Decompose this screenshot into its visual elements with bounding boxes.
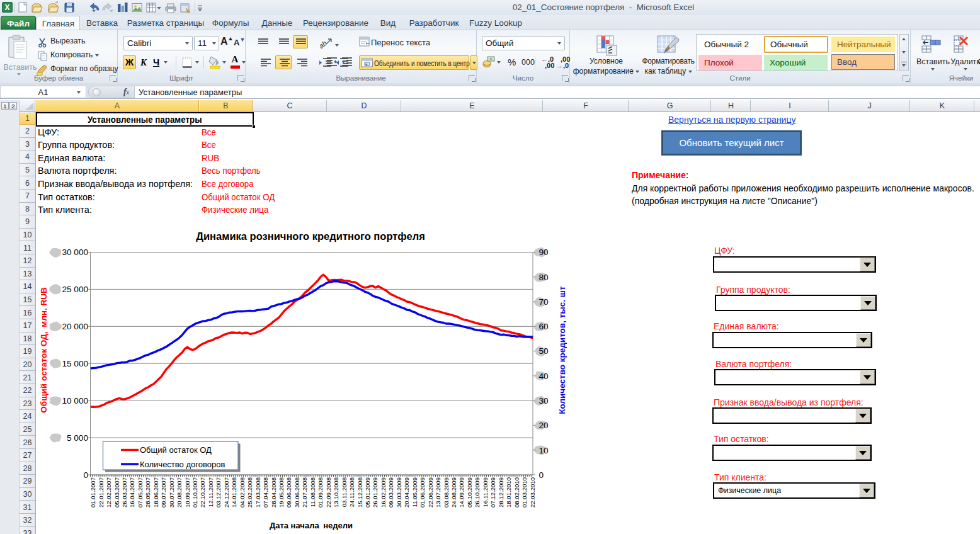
svg-text:16.02.2009: 16.02.2009 [380, 477, 387, 508]
svg-text:09.06.2008: 09.06.2008 [285, 477, 292, 508]
svg-text:60: 60 [539, 322, 549, 331]
svg-text:Количество договоров: Количество договоров [140, 460, 225, 469]
svg-text:18.06.2007: 18.06.2007 [152, 477, 159, 508]
svg-text:07.05.2007: 07.05.2007 [137, 477, 144, 508]
svg-text:14.09.2009: 14.09.2009 [458, 477, 465, 508]
svg-text:26.10.2009: 26.10.2009 [474, 477, 481, 508]
svg-text:Количество кредитов, тыс. шт: Количество кредитов, тыс. шт [557, 286, 567, 414]
svg-text:09.03.2009: 09.03.2009 [387, 477, 394, 508]
svg-text:19.05.2008: 19.05.2008 [278, 477, 285, 508]
svg-text:24.12.2007: 24.12.2007 [223, 477, 230, 508]
svg-text:30: 30 [539, 396, 549, 406]
svg-text:20.08.2007: 20.08.2007 [176, 477, 183, 508]
svg-text:15.12.2008: 15.12.2008 [356, 477, 363, 508]
svg-text:28.05.2007: 28.05.2007 [144, 477, 151, 508]
svg-text:28.12.2009: 28.12.2009 [498, 477, 504, 508]
svg-text:22.03.2010: 22.03.2010 [529, 477, 536, 508]
svg-text:09.07.2007: 09.07.2007 [160, 477, 167, 508]
svg-text:05.03.2007: 05.03.2007 [113, 477, 120, 508]
svg-text:14.01.2008: 14.01.2008 [231, 477, 237, 508]
svg-text:Общий остаток ОД: Общий остаток ОД [140, 445, 212, 455]
svg-text:Динамика розничного кредитного: Динамика розничного кредитного портфеля [196, 230, 425, 242]
svg-text:10 000: 10 000 [62, 396, 88, 406]
svg-text:24.08.2009: 24.08.2009 [450, 477, 457, 508]
svg-text:03.12.2007: 03.12.2007 [215, 477, 222, 508]
svg-text:13.10.2008: 13.10.2008 [333, 477, 339, 508]
svg-text:11.05.2009: 11.05.2009 [411, 477, 418, 507]
svg-text:05.01.2009: 05.01.2009 [364, 477, 371, 508]
svg-text:15 000: 15 000 [62, 359, 88, 368]
svg-text:22.10.2007: 22.10.2007 [199, 477, 206, 508]
svg-text:01.03.2010: 01.03.2010 [521, 477, 528, 508]
svg-text:25.02.2008: 25.02.2008 [246, 477, 253, 508]
svg-text:Общий остаток ОД, млн. RUB: Общий остаток ОД, млн. RUB [39, 287, 48, 413]
svg-text:16.04.2007: 16.04.2007 [128, 477, 135, 508]
svg-text:13.07.2009: 13.07.2009 [435, 477, 442, 508]
svg-text:01.09.2008: 01.09.2008 [317, 477, 324, 508]
svg-text:04.02.2008: 04.02.2008 [239, 477, 246, 508]
svg-text:16.11.2009: 16.11.2009 [482, 477, 489, 507]
svg-text:30.07.2007: 30.07.2007 [168, 477, 175, 508]
svg-text:28.04.2008: 28.04.2008 [270, 477, 277, 508]
svg-text:01.01.2007: 01.01.2007 [89, 477, 96, 508]
svg-text:05.10.2009: 05.10.2009 [466, 477, 473, 508]
svg-text:50: 50 [539, 346, 549, 356]
svg-text:26.01.2009: 26.01.2009 [372, 477, 379, 508]
svg-text:0: 0 [83, 470, 88, 480]
svg-text:70: 70 [539, 297, 549, 307]
svg-text:25 000: 25 000 [62, 285, 88, 294]
svg-text:20: 20 [539, 421, 549, 430]
svg-text:30.03.2009: 30.03.2009 [396, 477, 402, 508]
svg-text:03.11.2008: 03.11.2008 [341, 477, 348, 507]
svg-text:03.08.2009: 03.08.2009 [443, 477, 450, 508]
svg-text:21.07.2008: 21.07.2008 [301, 477, 308, 508]
svg-text:08.02.2010: 08.02.2010 [513, 477, 520, 508]
svg-text:22.01.2007: 22.01.2007 [98, 477, 105, 508]
svg-text:90: 90 [539, 247, 549, 257]
svg-text:11.08.2008: 11.08.2008 [309, 477, 316, 507]
svg-text:10.09.2007: 10.09.2007 [184, 477, 191, 508]
svg-text:20.04.2009: 20.04.2009 [403, 477, 410, 508]
svg-text:20 000: 20 000 [62, 322, 88, 331]
svg-text:18.01.2010: 18.01.2010 [505, 477, 512, 508]
svg-text:22.06.2009: 22.06.2009 [427, 477, 434, 508]
svg-text:26.03.2007: 26.03.2007 [121, 477, 128, 508]
svg-text:07.12.2009: 07.12.2009 [489, 477, 496, 508]
svg-text:07.04.2008: 07.04.2008 [262, 477, 269, 508]
svg-text:10: 10 [539, 446, 549, 455]
svg-text:80: 80 [539, 273, 549, 282]
svg-text:22.09.2008: 22.09.2008 [325, 477, 332, 508]
svg-text:30 000: 30 000 [62, 247, 88, 257]
svg-text:12.02.2007: 12.02.2007 [105, 477, 112, 508]
svg-text:Дата начала недели: Дата начала недели [270, 521, 353, 530]
svg-text:0: 0 [539, 470, 544, 480]
svg-text:40: 40 [539, 372, 549, 381]
svg-text:24.11.2008: 24.11.2008 [348, 477, 355, 507]
svg-text:17.03.2008: 17.03.2008 [254, 477, 261, 508]
svg-text:01.10.2007: 01.10.2007 [191, 477, 198, 508]
svg-text:30.06.2008: 30.06.2008 [293, 477, 300, 508]
svg-text:5 000: 5 000 [67, 433, 88, 443]
svg-text:01.06.2009: 01.06.2009 [419, 477, 426, 508]
svg-text:12.11.2007: 12.11.2007 [207, 477, 214, 507]
